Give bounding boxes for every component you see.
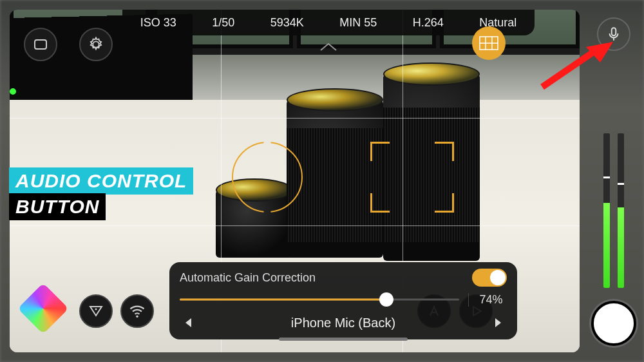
svg-point-5 (95, 309, 97, 310)
codec-readout[interactable]: H.264 (413, 16, 444, 30)
aspect-ratio-button[interactable] (24, 28, 57, 61)
top-info-bar: ISO 33 1/50 5934K MIN 55 H.264 Natural (122, 10, 535, 35)
annotation-label-line1: AUDIO CONTROL (9, 167, 193, 195)
gear-icon (87, 35, 105, 53)
right-controls (583, 10, 644, 352)
gain-slider[interactable] (180, 292, 459, 307)
grid-line (10, 118, 580, 119)
wifi-button[interactable] (120, 294, 154, 328)
audio-control-panel: Automatic Gain Correction 74% iPhone Mic… (169, 262, 517, 339)
next-mic-button[interactable] (489, 314, 507, 332)
mic-source-label: iPhone Mic (Back) (291, 316, 395, 330)
svg-rect-0 (35, 40, 46, 49)
settings-button[interactable] (79, 28, 113, 61)
chevron-up-icon[interactable] (319, 42, 338, 52)
grid-toggle-button[interactable] (472, 26, 506, 60)
iso-readout[interactable]: ISO 33 (140, 16, 176, 30)
svg-marker-9 (495, 318, 501, 327)
audio-meter-right (618, 133, 624, 288)
audio-meter-left (603, 133, 610, 288)
wifi-icon (128, 302, 146, 320)
focus-readout[interactable]: MIN 55 (339, 16, 377, 30)
audio-level-meters (583, 70, 644, 288)
prev-mic-button[interactable] (180, 314, 198, 332)
audio-control-button[interactable] (597, 17, 630, 51)
gain-percent-readout: 74% (468, 293, 507, 307)
grid-line (10, 225, 580, 226)
exposure-reticle[interactable] (370, 142, 454, 213)
record-button[interactable] (591, 301, 636, 346)
shutter-readout[interactable]: 1/50 (212, 16, 234, 30)
home-indicator (279, 338, 408, 341)
color-picker-button[interactable] (24, 289, 62, 328)
grid-icon (479, 36, 498, 50)
svg-marker-8 (185, 318, 191, 327)
agc-label: Automatic Gain Correction (180, 271, 316, 285)
svg-point-6 (136, 315, 138, 318)
whitebalance-readout[interactable]: 5934K (270, 16, 304, 30)
svg-rect-10 (611, 28, 616, 35)
agc-toggle[interactable] (472, 269, 507, 287)
microphone-icon (605, 26, 622, 43)
recording-indicator-dot (10, 88, 16, 95)
annotation-label-line2: BUTTON (9, 193, 106, 220)
stabilization-button[interactable] (79, 294, 113, 328)
